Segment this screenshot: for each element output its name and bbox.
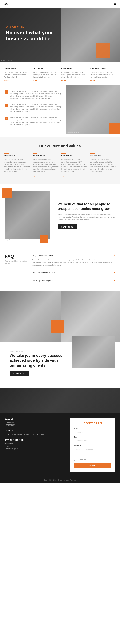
checkmark-icon-3: ✓ [5, 117, 8, 120]
believe-section: Image from Freepik We believe that for a… [0, 184, 120, 247]
card-values-more[interactable]: MORE [33, 80, 59, 82]
clients-section: Images from Freepik We take joy in every… [0, 291, 120, 388]
culture-card-boldness-title: BOLDNESS [61, 155, 88, 157]
nav-menu-icon[interactable]: ≡ [114, 2, 116, 6]
believe-decoration-br [40, 235, 48, 243]
hero-overlay: CONSULTING FIRM Reinvent what your busin… [0, 8, 61, 62]
culture-card-curiosity-text: Lorem ipsum dolor sit amet, consectetur … [4, 158, 30, 173]
footer: CALL US 1.234.567.891 1.234.567.891 LOCA… [0, 388, 120, 483]
clients-image-credit: Images from Freepik [10, 350, 64, 352]
footer-services-title: OUR TOP SERVICES [5, 439, 67, 441]
feature-text-2: Sample text. Click to select the text bo… [10, 103, 62, 113]
feature-text-1: Sample text. Click to select the text bo… [10, 90, 62, 100]
clients-decoration [51, 320, 64, 333]
card-goals: Business Goals Lorem rficitur adipiscing… [90, 68, 116, 82]
believe-read-more-button[interactable]: READ MORE [58, 224, 77, 230]
feature-text-3: Sample text. Click to select the text bo… [10, 116, 62, 126]
faq-left: FAQ Sample text. Click to select the tex… [5, 254, 27, 285]
contact-submit-button[interactable]: SUBMIT [74, 463, 111, 468]
features-section: ✓ Sample text. Click to select the text … [0, 85, 120, 138]
card-goals-more[interactable]: MORE [90, 80, 116, 82]
contact-name-label: Name [74, 428, 111, 430]
contact-checkbox-label: I accept the [78, 459, 86, 461]
faq-section: FAQ Sample text. Click to select the tex… [0, 247, 120, 291]
contact-form: CONTACT US Name Email Message I accept t… [70, 418, 115, 472]
culture-cards: CURIOSITY Lorem ipsum dolor sit amet, co… [4, 153, 116, 178]
footer-call-us: CALL US 1.234.567.891 1.234.567.891 [5, 418, 67, 426]
faq-question-3[interactable]: How to get future updates? + [32, 279, 115, 282]
feature-item-2: ✓ Sample text. Click to select the text … [5, 103, 62, 113]
footer-services: OUR TOP SERVICES Your Future Career Mark… [5, 439, 67, 450]
faq-question-text-1: Do you provide support? [32, 254, 53, 257]
nav-logo: logo [4, 2, 9, 6]
faq-item-3: How to get future updates? + [32, 277, 115, 285]
culture-arrow-2[interactable]: → [33, 175, 59, 178]
contact-message-textarea[interactable] [74, 447, 111, 456]
footer-content: CALL US 1.234.567.891 1.234.567.891 LOCA… [0, 413, 120, 477]
footer-info: CALL US 1.234.567.891 1.234.567.891 LOCA… [5, 418, 67, 472]
contact-name-input[interactable] [74, 430, 111, 435]
footer-background-image [0, 388, 120, 413]
believe-content: We believe that for all people to prospe… [58, 202, 115, 229]
clients-text: Images from Freepik We take joy in every… [5, 346, 69, 381]
footer-service-3[interactable]: Market Intelligence [5, 448, 67, 450]
contact-checkbox-input[interactable] [74, 459, 76, 461]
faq-toggle-icon-2[interactable]: + [114, 271, 115, 274]
footer-location: LOCATION 127 Rock Street, 21 Avenue, New… [5, 430, 67, 436]
culture-card-solidarity-text: Lorem ipsum dolor sit amet, consectetur … [90, 158, 116, 173]
card-mission-title: Our Mission [4, 68, 30, 70]
culture-arrow-1[interactable]: → [4, 175, 30, 178]
footer-service-2[interactable]: Career [5, 445, 67, 448]
card-goals-text: Lorem rficitur adipiscing elit. Sed ultr… [90, 71, 116, 78]
footer-phone-1: 1.234.567.891 [5, 422, 67, 424]
clients-title: We take joy in every success achieved si… [10, 353, 64, 368]
faq-item-1: Do you provide support? + Answer: Lorem … [32, 254, 115, 269]
hero-image-credit: Image by Freepik [1, 60, 12, 61]
faq-answer-1: Answer: Lorem ipsum dolor sit amet, cons… [32, 259, 115, 266]
clients-images [0, 291, 120, 342]
culture-arrow-3[interactable]: → [61, 175, 88, 178]
card-mission: Our Mission Lorem rficitur adipiscing el… [4, 68, 30, 82]
culture-bar-2 [33, 153, 38, 154]
card-consulting-more[interactable]: MORE [61, 80, 88, 82]
checkmark-icon-2: ✓ [5, 104, 8, 107]
believe-text: Duis aute irure dolor in reprehenderit i… [58, 214, 115, 221]
hero-decoration [96, 43, 110, 58]
faq-question-text-2: What types of files will I get? [32, 272, 56, 274]
culture-card-generosity-title: GENEROSITY [33, 155, 59, 157]
contact-email-input[interactable] [74, 438, 111, 443]
card-consulting-text: Lorem rficitur adipiscing elit. Sed ultr… [61, 71, 88, 78]
footer-location-title: LOCATION [5, 430, 67, 432]
footer-copyright: Copyright © 2024 | Created by Your Templ… [0, 477, 120, 483]
faq-title: FAQ [5, 254, 27, 259]
believe-image [5, 190, 50, 238]
faq-toggle-icon-3[interactable]: + [114, 279, 115, 282]
cards-section: Our Mission Lorem rficitur adipiscing el… [0, 62, 120, 85]
footer-phone-2: 1.234.567.891 [5, 424, 67, 426]
faq-toggle-icon-1[interactable]: + [114, 254, 115, 257]
contact-form-title: CONTACT US [74, 422, 111, 425]
hero-title: Reinvent what your business could be [6, 30, 55, 42]
feature-item-1: ✓ Sample text. Click to select the text … [5, 90, 62, 100]
card-mission-more[interactable]: MORE [4, 80, 30, 82]
faq-question-2[interactable]: What types of files will I get? + [32, 271, 115, 274]
faq-question-1[interactable]: Do you provide support? + [32, 254, 115, 257]
culture-bar-4 [90, 153, 95, 154]
features-decoration [109, 123, 120, 134]
clients-read-more-button[interactable]: READ MORE [10, 371, 29, 376]
copyright-text: Copyright © 2024 | Created by Your Templ… [44, 479, 76, 481]
features-list: ✓ Sample text. Click to select the text … [0, 85, 66, 134]
culture-card-generosity-text: Lorem ipsum dolor sit amet, consectetur … [33, 158, 59, 173]
card-values: Our Values Lorem rficitur adipiscing eli… [33, 68, 59, 82]
culture-title: Our culture and values [4, 144, 116, 148]
footer-service-1[interactable]: Your Future [5, 442, 67, 445]
culture-bar-3 [61, 153, 66, 154]
card-values-title: Our Values [33, 68, 59, 70]
card-mission-text: Lorem rficitur adipiscing elst. elit. Se… [4, 71, 30, 78]
faq-question-text-3: How to get future updates? [32, 280, 55, 282]
clients-image-left [0, 291, 61, 342]
culture-card-solidarity-title: SOLIDARITY [90, 155, 116, 157]
culture-arrow-4[interactable]: → [90, 175, 116, 178]
features-image-container: Image from Freepik [66, 85, 120, 134]
believe-decoration-tl [2, 188, 12, 198]
